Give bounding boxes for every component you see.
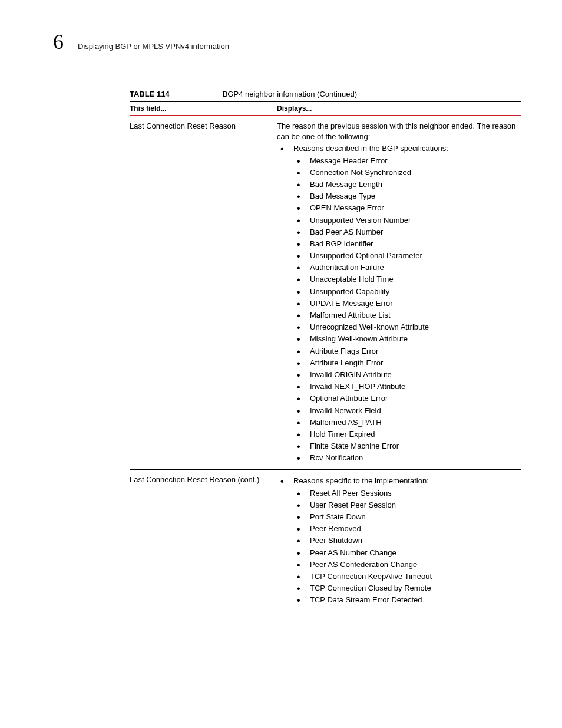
- list-item: Bad Peer AS Number: [293, 227, 521, 238]
- field-description: The reason the previous session with thi…: [277, 121, 521, 463]
- list-item: Reasons described in the BGP specificati…: [277, 143, 521, 463]
- list-item: Attribute Length Error: [293, 358, 521, 368]
- list-item: Peer Removed: [293, 523, 521, 534]
- list-item: Peer AS Number Change: [293, 548, 521, 558]
- list-item: Optional Attribute Error: [293, 393, 521, 404]
- list-item-text: Reasons described in the BGP specificati…: [293, 144, 448, 153]
- list-item: Bad Message Type: [293, 191, 521, 202]
- list-item: Invalid NEXT_HOP Attribute: [293, 381, 521, 392]
- bullet-list: Message Header ErrorConnection Not Synch…: [293, 156, 521, 464]
- col-header-field: This field...: [130, 104, 277, 113]
- list-item: Unsupported Capability: [293, 286, 521, 297]
- table-row: Last Connection Reset ReasonThe reason t…: [130, 116, 521, 470]
- list-item: Connection Not Synchronized: [293, 167, 521, 178]
- list-item: Unsupported Version Number: [293, 215, 521, 226]
- table-body: Last Connection Reset ReasonThe reason t…: [130, 116, 521, 612]
- list-item: Malformed AS_PATH: [293, 417, 521, 428]
- bullet-list: Reset All Peer SessionsUser Reset Peer S…: [293, 488, 521, 606]
- list-item: Message Header Error: [293, 156, 521, 166]
- list-item: Missing Well-known Attribute: [293, 334, 521, 344]
- list-item: Unacceptable Hold Time: [293, 274, 521, 285]
- bullet-list: Reasons described in the BGP specificati…: [277, 143, 521, 463]
- list-item: Port State Down: [293, 512, 521, 522]
- list-item: Bad Message Length: [293, 179, 521, 190]
- chapter-number: 6: [53, 29, 64, 54]
- description-intro: The reason the previous session with thi…: [277, 121, 521, 142]
- list-item: Invalid Network Field: [293, 406, 521, 416]
- list-item: Peer AS Confederation Change: [293, 559, 521, 570]
- list-item: TCP Data Stream Error Detected: [293, 595, 521, 605]
- bullet-list: Reasons specific to the implementation:R…: [277, 476, 521, 605]
- table-title: BGP4 neighbor information (Continued): [223, 90, 357, 98]
- list-item: TCP Connection Closed by Remote: [293, 583, 521, 594]
- list-item: Invalid ORIGIN Attribute: [293, 370, 521, 380]
- list-item: User Reset Peer Session: [293, 500, 521, 510]
- running-title: Displaying BGP or MPLS VPNv4 information: [78, 42, 229, 51]
- list-item: Unsupported Optional Parameter: [293, 251, 521, 261]
- field-name: Last Connection Reset Reason (cont.): [130, 475, 277, 605]
- list-item: OPEN Message Error: [293, 203, 521, 213]
- list-item: Reset All Peer Sessions: [293, 488, 521, 499]
- field-description: Reasons specific to the implementation:R…: [277, 475, 521, 605]
- list-item: Attribute Flags Error: [293, 346, 521, 357]
- list-item: Peer Shutdown: [293, 535, 521, 546]
- list-item: Bad BGP Identifier: [293, 239, 521, 249]
- col-header-displays: Displays...: [277, 104, 521, 113]
- list-item: Authentication Failure: [293, 262, 521, 273]
- page: 6 Displaying BGP or MPLS VPNv4 informati…: [0, 0, 562, 641]
- table-caption: TABLE 114 BGP4 neighbor information (Con…: [130, 90, 521, 102]
- table-header-row: This field... Displays...: [130, 102, 521, 116]
- table-label: TABLE 114: [130, 90, 170, 98]
- list-item-text: Reasons specific to the implementation:: [293, 476, 429, 485]
- list-item: Hold Timer Expired: [293, 429, 521, 440]
- field-name: Last Connection Reset Reason: [130, 121, 277, 463]
- list-item: Unrecognized Well-known Attribute: [293, 322, 521, 332]
- list-item: UPDATE Message Error: [293, 298, 521, 309]
- page-header: 6 Displaying BGP or MPLS VPNv4 informati…: [53, 29, 521, 54]
- list-item: Finite State Machine Error: [293, 441, 521, 452]
- list-item: Reasons specific to the implementation:R…: [277, 476, 521, 605]
- table-row: Last Connection Reset Reason (cont.)Reas…: [130, 470, 521, 611]
- list-item: Rcv Notification: [293, 453, 521, 463]
- list-item: TCP Connection KeepAlive Timeout: [293, 571, 521, 582]
- table-block: TABLE 114 BGP4 neighbor information (Con…: [130, 90, 521, 612]
- list-item: Malformed Attribute List: [293, 310, 521, 321]
